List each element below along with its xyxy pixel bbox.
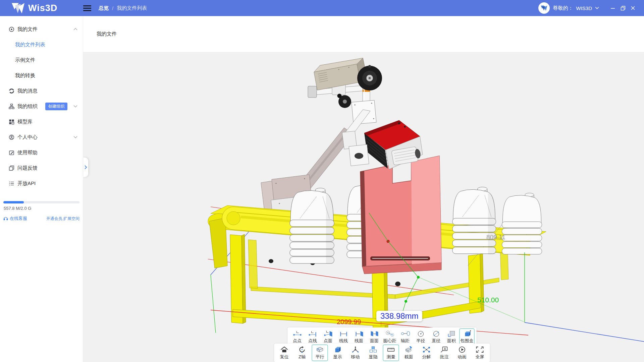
tool-section[interactable]: 截面 [401,345,417,361]
point-point-icon [292,330,302,337]
display-cube-icon [333,346,342,353]
feedback-icon [9,165,14,171]
measure-center-distance[interactable]: 圆心距 [382,328,397,345]
sidebar-item-my-files[interactable]: 我的文件 [0,21,83,37]
measure-face-face[interactable]: 面面 [367,328,382,345]
point-line-icon [308,330,318,337]
visibility-cubes-icon [369,346,378,353]
content-area: 我的文件 [83,16,644,362]
menu-toggle-icon[interactable] [83,5,91,11]
online-support-link[interactable]: 在线客服 [3,216,27,222]
tool-z-axis[interactable]: Z轴 [294,345,310,361]
sidebar-item-label: 我的转换 [15,72,35,79]
tool-display[interactable]: 显示 [330,345,346,361]
sidebar-item-label: 问题反馈 [17,165,38,171]
viewport-canvas[interactable] [83,52,644,362]
explode-icon [422,346,431,353]
measure-bounding-box[interactable]: 包围盒 [460,328,475,345]
measure-point-face[interactable]: 点面 [321,328,336,345]
minimize-button[interactable] [608,3,618,13]
tool-animation[interactable]: 动画 [454,345,470,361]
chevron-down-icon [595,7,599,9]
measure-point-line[interactable]: 点线 [305,328,320,345]
sidebar-item-help[interactable]: 使用帮助 [0,145,83,160]
measure-ruler-icon [387,346,395,353]
point-face-icon [323,330,333,337]
storage-widget: 557.8 M/2.0 G [3,201,79,211]
tool-measure[interactable]: 测量 [383,345,399,361]
avatar [538,2,550,14]
sidebar-item-feedback[interactable]: 问题反馈 [0,160,83,176]
measure-line-line[interactable]: 线线 [336,328,351,345]
window-controls [608,3,638,13]
z-axis-icon [298,346,307,353]
create-organization-button[interactable]: 创建组织 [45,103,67,110]
parallel-view-icon [316,346,324,353]
sidebar-item-open-api[interactable]: 开放API [0,176,83,191]
sidebar-item-my-messages[interactable]: 我的消息 [0,83,83,99]
upgrade-membership-link[interactable]: 开通会员,扩展空间 [46,216,79,222]
measure-axis-distance[interactable]: 轴距 [398,328,413,345]
tool-move[interactable]: 移动 [347,345,364,361]
view-toolbar: 复位 Z轴 平行 显示 [274,344,490,362]
sidebar-item-my-file-list[interactable]: 我的文件列表 [0,37,83,52]
tool-annotate[interactable]: A 批注 [436,345,452,361]
organization-icon [9,104,14,109]
sidebar-item-sample-files[interactable]: 示例文件 [0,52,83,68]
maximize-button[interactable] [618,3,628,13]
sidebar: 我的文件 我的文件列表 示例文件 我的转换 我的消息 [0,16,83,362]
close-button[interactable] [628,3,638,13]
greeting-label: 尊敬的： [553,5,573,11]
axis-distance-icon [400,330,410,337]
face-face-icon [369,330,379,337]
tool-explode[interactable]: 分解 [419,345,435,361]
measure-area[interactable]: 面积 [444,328,459,345]
app-logo[interactable]: Wis3D [11,3,83,14]
fullscreen-icon [476,346,484,353]
measure-point-point[interactable]: 点点 [290,328,305,345]
breadcrumb-current: 我的文件列表 [117,5,147,11]
animation-play-icon [458,346,467,353]
reset-home-icon [280,346,289,353]
messages-icon [9,88,14,94]
breadcrumb-separator: / [112,5,113,11]
annotate-icon: A [440,346,449,353]
api-list-icon [9,181,14,186]
measure-toolbar: 点点 点线 点面 线线 [288,327,477,346]
storage-usage: 557.8 M/2.0 G [3,206,79,211]
sidebar-item-model-library[interactable]: 模型库 [0,114,83,129]
measure-line-face[interactable]: 线面 [352,328,367,345]
sidebar-item-label: 我的文件列表 [15,42,45,48]
chevron-down-icon [73,136,77,138]
tool-reset[interactable]: 复位 [276,345,292,361]
svg-text:A: A [444,347,446,351]
sidebar-item-label: 模型库 [17,119,33,125]
sidebar-item-label: 我的文件 [17,26,38,33]
model-library-icon [9,119,14,125]
username: WIS3D [576,5,592,11]
sidebar-item-personal-center[interactable]: 个人中心 [0,129,83,145]
storage-bar [3,201,79,203]
breadcrumb-root[interactable]: 总览 [99,5,109,11]
headset-icon [3,216,8,221]
tool-parallel-view[interactable]: 平行 [312,345,328,361]
user-icon [9,134,14,140]
measure-diameter[interactable]: 直径 [429,328,444,345]
page-title: 我的文件 [97,31,117,37]
tool-visibility[interactable]: 显隐 [365,345,381,361]
sidebar-item-my-conversions[interactable]: 我的转换 [0,68,83,83]
sidebar-collapse-tab[interactable] [83,158,88,177]
section-icon [405,346,413,353]
title-bar: Wis3D 总览 / 我的文件列表 尊敬的： WIS3D [0,0,644,16]
breadcrumb: 总览 / 我的文件列表 [99,5,147,11]
app-name: Wis3D [28,3,57,13]
sidebar-item-my-organization[interactable]: 我的组织 创建组织 [0,99,83,114]
tool-fullscreen[interactable]: 全屏 [472,345,488,361]
radius-icon [416,330,426,337]
sidebar-item-label: 个人中心 [17,134,38,140]
logo-icon [11,3,25,14]
user-menu[interactable]: 尊敬的： WIS3D [538,2,599,14]
chevron-down-icon [73,105,77,108]
measure-radius[interactable]: 半径 [413,328,428,345]
storage-bar-fill [3,201,24,203]
